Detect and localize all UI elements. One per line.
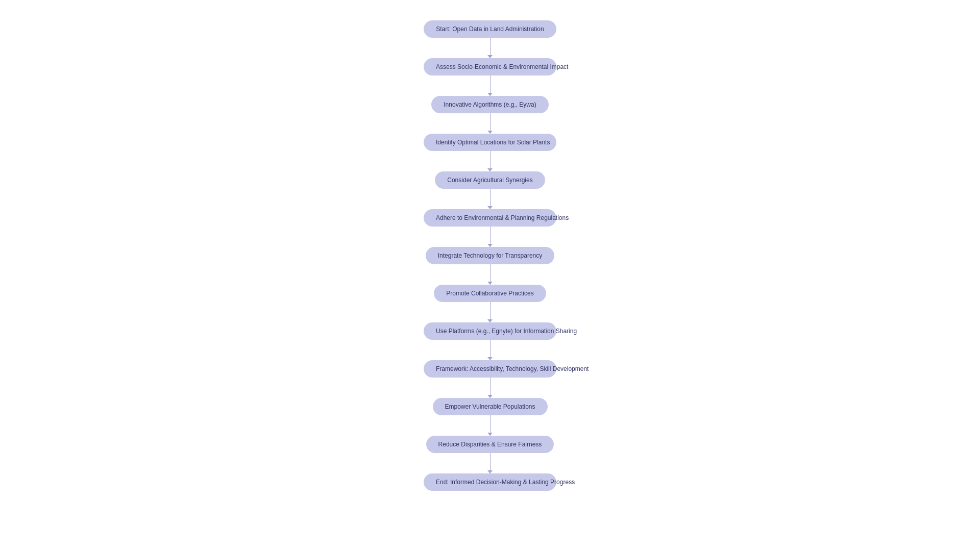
flow-connector-5 [490,227,491,247]
flow-node-framework: Framework: Accessibility, Technology, Sk… [424,360,556,378]
flow-node-identify: Identify Optimal Locations for Solar Pla… [424,134,556,151]
flow-connector-10 [490,415,491,436]
flow-connector-2 [490,113,491,134]
flow-node-collaborative: Promote Collaborative Practices [434,285,546,302]
flow-connector-0 [490,38,491,58]
flow-node-assess: Assess Socio-Economic & Environmental Im… [424,58,556,76]
flow-connector-4 [490,189,491,209]
flow-node-platforms: Use Platforms (e.g., Egnyte) for Informa… [424,322,556,340]
flow-node-empower: Empower Vulnerable Populations [433,398,548,415]
flow-node-start: Start: Open Data in Land Administration [424,20,556,38]
flow-connector-6 [490,264,491,285]
flow-node-algorithms: Innovative Algorithms (e.g., Eywa) [431,96,548,113]
flow-connector-11 [490,453,491,473]
flow-node-technology: Integrate Technology for Transparency [426,247,555,264]
flow-node-disparities: Reduce Disparities & Ensure Fairness [426,436,554,453]
flow-connector-9 [490,378,491,398]
flow-node-regulations: Adhere to Environmental & Planning Regul… [424,209,556,227]
flowchart: Start: Open Data in Land AdministrationA… [0,10,980,501]
flow-connector-8 [490,340,491,360]
flow-node-agricultural: Consider Agricultural Synergies [435,171,545,189]
flow-connector-1 [490,76,491,96]
flow-connector-7 [490,302,491,322]
flow-connector-3 [490,151,491,171]
flow-node-end: End: Informed Decision-Making & Lasting … [424,473,556,491]
